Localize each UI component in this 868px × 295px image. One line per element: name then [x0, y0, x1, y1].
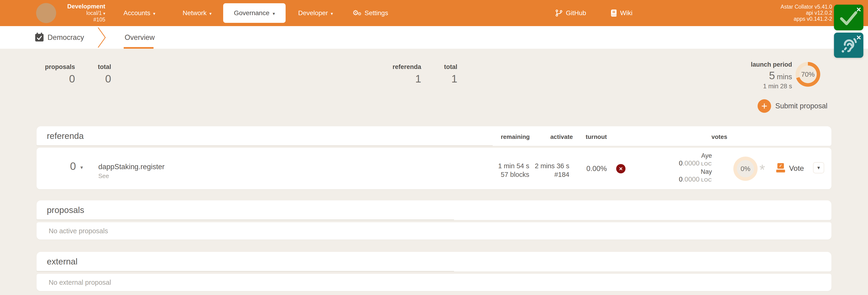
- title-divider: [37, 219, 454, 220]
- stat-referenda-total-value: 1: [444, 72, 457, 85]
- nay-label: Nay: [679, 168, 712, 175]
- node-version: Astar Collator v5.41.0: [781, 4, 832, 10]
- cell-votes: Aye 0.0000LOC Nay 0.0000LOC: [679, 152, 712, 184]
- referendum-row: 0 ▾ dappStaking.register See 1 min 54 s …: [37, 148, 831, 189]
- breadcrumb: Democracy Overview: [0, 26, 868, 49]
- external-empty-row: No external proposal: [37, 274, 831, 291]
- launch-period-value: 5: [769, 69, 775, 82]
- plus-icon: +: [757, 99, 771, 113]
- cell-turnout: 0.00%: [586, 165, 607, 173]
- stat-proposals-value: 0: [45, 72, 75, 85]
- nav-settings[interactable]: ⚙ ⚙ Settings: [352, 0, 388, 26]
- nav-developer[interactable]: Developer ▾: [298, 0, 333, 26]
- proposal-see-link[interactable]: See: [98, 172, 164, 180]
- stat-referenda-value: 1: [393, 72, 421, 85]
- calendar-check-icon: [35, 33, 44, 42]
- stat-proposals-total-value: 0: [98, 72, 111, 85]
- stat-launch-period: launch period 5mins 1 min 28 s: [751, 61, 792, 90]
- col-header-remaining: remaining: [501, 133, 530, 141]
- remaining-blocks: 57 blocks: [498, 170, 529, 179]
- expand-caret-icon[interactable]: ▾: [81, 165, 83, 171]
- votes-percent-donut: 0%: [733, 156, 757, 181]
- votes-percent: 0%: [737, 160, 754, 177]
- launch-period-donut: 70%: [796, 62, 820, 87]
- referenda-header-strip: referenda remaining activate turnout vot…: [37, 126, 831, 146]
- version-info: Astar Collator v5.41.0 api v12.0.2 apps …: [781, 4, 832, 22]
- stat-proposals-total: total 0: [98, 63, 111, 85]
- title-divider: [37, 271, 454, 271]
- chevron-down-icon: ▾: [273, 10, 275, 16]
- close-icon[interactable]: ×: [856, 33, 861, 41]
- link-wiki[interactable]: Wiki: [610, 0, 632, 26]
- chain-name: Development: [56, 3, 105, 10]
- chevron-down-icon: ▾: [817, 165, 820, 171]
- chevron-down-icon: ▾: [331, 10, 333, 16]
- proposal-call: dappStaking.register: [98, 163, 164, 171]
- col-header-turnout: turnout: [586, 133, 607, 141]
- proposals-empty-row: No active proposals: [37, 222, 831, 240]
- referendum-id: 0: [70, 160, 76, 172]
- aye-label: Aye: [679, 152, 712, 159]
- asterisk-icon: *: [756, 163, 768, 176]
- submit-proposal-button[interactable]: + Submit proposal: [757, 99, 828, 113]
- tab-overview[interactable]: Overview: [125, 26, 155, 49]
- proposals-empty-text: No active proposals: [49, 227, 108, 235]
- vote-dropdown-button[interactable]: ▾: [813, 162, 824, 173]
- close-icon[interactable]: ×: [856, 5, 861, 13]
- chevron-down-icon: ▾: [103, 11, 105, 16]
- title-divider: [37, 145, 493, 146]
- app-header: Development local/1▾ #105 Accounts ▾ Net…: [0, 0, 868, 26]
- apps-version: apps v0.141.2-2: [781, 16, 832, 22]
- activate-time: 2 mins 36 s: [535, 162, 569, 170]
- external-empty-text: No external proposal: [49, 279, 111, 286]
- referendum-proposal: dappStaking.register See: [98, 163, 164, 180]
- external-header-strip: external: [37, 252, 831, 271]
- active-tab-underline: [124, 47, 154, 49]
- nav-governance-active[interactable]: Governance ▾: [223, 3, 286, 23]
- stat-referenda-total: total 1: [444, 63, 457, 85]
- chain-logo[interactable]: [36, 3, 56, 23]
- proposals-title: proposals: [47, 200, 84, 220]
- gears-icon: ⚙ ⚙: [352, 9, 362, 17]
- api-version: api v12.0.2: [781, 10, 832, 16]
- external-section: external No external proposal: [37, 252, 831, 271]
- aye-value: 0.0000LOC: [679, 159, 712, 168]
- chevron-down-icon: ▾: [210, 10, 212, 16]
- nay-value: 0.0000LOC: [679, 175, 712, 184]
- chevron-divider-icon: [97, 27, 106, 48]
- cell-activate: 2 mins 36 s #184: [535, 162, 569, 179]
- proposals-section: proposals No active proposals: [37, 200, 831, 220]
- breadcrumb-section: Democracy: [48, 26, 84, 49]
- chain-network-selector[interactable]: local/1▾: [56, 10, 105, 17]
- external-title: external: [47, 252, 78, 271]
- stat-referenda: referenda 1: [393, 63, 421, 85]
- cell-remaining: 1 min 54 s 57 blocks: [498, 162, 529, 179]
- activate-block: #184: [535, 170, 569, 179]
- remaining-time: 1 min 54 s: [498, 162, 529, 170]
- link-github[interactable]: GitHub: [555, 0, 586, 26]
- col-header-activate: activate: [550, 133, 573, 141]
- col-header-votes: votes: [711, 133, 727, 141]
- connection-status-overlay[interactable]: ×: [834, 5, 863, 30]
- proposals-header-strip: proposals: [37, 200, 831, 220]
- referenda-section: referenda remaining activate turnout vot…: [37, 126, 831, 146]
- chain-info[interactable]: Development local/1▾ #105: [56, 3, 105, 23]
- chain-block-number: #105: [56, 17, 105, 23]
- launch-period-elapsed: 1 min 28 s: [751, 83, 792, 90]
- vote-button[interactable]: Vote: [789, 164, 804, 173]
- book-icon: [610, 9, 617, 17]
- code-branch-icon: [555, 9, 563, 17]
- nav-accounts[interactable]: Accounts ▾: [123, 0, 155, 26]
- audio-listen-overlay[interactable]: ×: [834, 33, 863, 58]
- launch-period-percent: 70%: [799, 65, 817, 83]
- stat-proposals: proposals 0: [45, 63, 75, 85]
- nav-network[interactable]: Network ▾: [183, 0, 212, 26]
- referenda-title: referenda: [47, 126, 84, 146]
- chevron-down-icon: ▾: [153, 10, 155, 16]
- ballot-box-icon[interactable]: ✓: [776, 163, 785, 173]
- failing-status-icon: ×: [616, 164, 625, 173]
